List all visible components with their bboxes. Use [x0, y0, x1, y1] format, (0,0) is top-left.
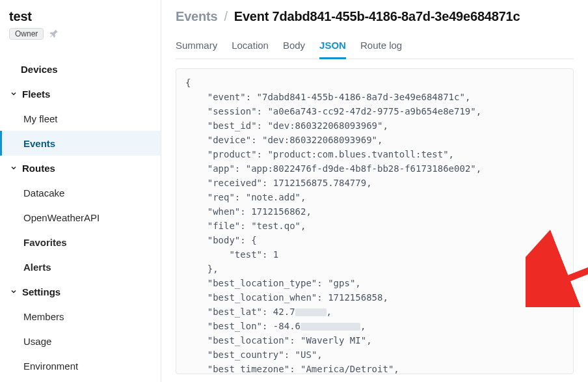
- json-product: product:com.blues.tvantoll:test: [273, 149, 443, 159]
- json-device: dev:860322068093969: [267, 135, 371, 145]
- breadcrumb: Events / Event 7dabd841-455b-4186-8a7d-3…: [176, 9, 574, 24]
- json-app: app:8022476f-d9de-4b8f-bb28-f6173186e002: [251, 163, 470, 174]
- chevron-down-icon: [9, 164, 18, 172]
- nav-usage-label: Usage: [23, 336, 51, 347]
- json-viewer: { "event": "7dabd841-455b-4186-8a7d-3e49…: [176, 68, 574, 374]
- nav-members[interactable]: Members: [0, 304, 161, 329]
- nav-members-label: Members: [23, 311, 64, 322]
- json-event: 7dabd841-455b-4186-8a7d-3e49e684871c: [262, 92, 459, 102]
- redacted-lon: [301, 323, 360, 331]
- sidebar-header: test Owner: [0, 9, 161, 46]
- tabs: Summary Location Body JSON Route log: [176, 36, 574, 59]
- breadcrumb-current: Event 7dabd841-455b-4186-8a7d-3e49e68487…: [234, 9, 520, 24]
- nav-datacake-label: Datacake: [23, 187, 64, 198]
- nav-fleets-label: Fleets: [22, 89, 50, 100]
- owner-badge: Owner: [9, 28, 44, 40]
- json-received: 1712156875.784779: [273, 178, 366, 188]
- main-content: Events / Event 7dabd841-455b-4186-8a7d-3…: [161, 0, 588, 382]
- breadcrumb-separator: /: [224, 9, 227, 24]
- redacted-lat: [295, 308, 327, 316]
- sidebar: test Owner Devices Fleets My fleet Event…: [0, 0, 161, 382]
- nav-alerts-label: Alerts: [23, 262, 51, 273]
- chevron-down-icon: [9, 288, 18, 295]
- nav-alerts[interactable]: Alerts: [0, 254, 161, 279]
- nav-usage[interactable]: Usage: [0, 329, 161, 353]
- nav-favorites-label: Favorites: [23, 237, 67, 248]
- json-best-lat: 42.7: [273, 307, 295, 317]
- nav-settings-label: Settings: [22, 286, 60, 297]
- pin-icon[interactable]: [49, 29, 59, 39]
- tab-location[interactable]: Location: [232, 36, 269, 59]
- json-best-timezone: America/Detroit: [306, 364, 388, 374]
- json-best-lon: -84.6: [273, 321, 301, 331]
- json-when: 1712156862: [251, 206, 306, 217]
- nav-environment-label: Environment: [23, 361, 78, 372]
- nav-environment[interactable]: Environment: [0, 353, 161, 378]
- nav-my-fleet-label: My fleet: [23, 113, 58, 124]
- tab-json[interactable]: JSON: [319, 36, 346, 59]
- json-best-location-when: 1712156858: [328, 292, 382, 303]
- json-file: test.qo: [257, 221, 295, 231]
- json-best-id: dev:860322068093969: [273, 120, 377, 131]
- json-best-location-type: gps: [334, 278, 350, 288]
- json-best-location: Waverly MI: [306, 335, 360, 346]
- nav-datacake[interactable]: Datacake: [0, 180, 161, 205]
- nav-my-fleet[interactable]: My fleet: [0, 106, 161, 131]
- nav-routes[interactable]: Routes: [0, 156, 161, 180]
- tab-summary[interactable]: Summary: [176, 36, 217, 59]
- nav-events-label: Events: [23, 138, 55, 149]
- nav-routes-label: Routes: [22, 163, 55, 174]
- chevron-down-icon: [9, 90, 18, 98]
- tab-route-log[interactable]: Route log: [360, 36, 402, 59]
- sidebar-nav: Devices Fleets My fleet Events Routes Da…: [0, 46, 161, 378]
- sidebar-badges: Owner: [9, 28, 152, 40]
- nav-settings[interactable]: Settings: [0, 279, 161, 304]
- nav-favorites[interactable]: Favorites: [0, 230, 161, 254]
- project-title: test: [9, 9, 152, 24]
- nav-fleets[interactable]: Fleets: [0, 81, 161, 106]
- json-best-country: US: [301, 349, 312, 360]
- json-req: note.add: [251, 192, 295, 202]
- breadcrumb-root[interactable]: Events: [176, 9, 217, 24]
- nav-openweather-label: OpenWeatherAPI: [23, 212, 100, 223]
- json-session: a0e6a743-cc92-47d2-9775-a9b654e8e719: [273, 106, 470, 116]
- nav-devices[interactable]: Devices: [0, 57, 161, 81]
- nav-events[interactable]: Events: [0, 131, 161, 156]
- json-body-test: 1: [273, 249, 278, 260]
- nav-devices-label: Devices: [21, 64, 58, 75]
- tab-body[interactable]: Body: [283, 36, 305, 59]
- nav-openweather[interactable]: OpenWeatherAPI: [0, 205, 161, 230]
